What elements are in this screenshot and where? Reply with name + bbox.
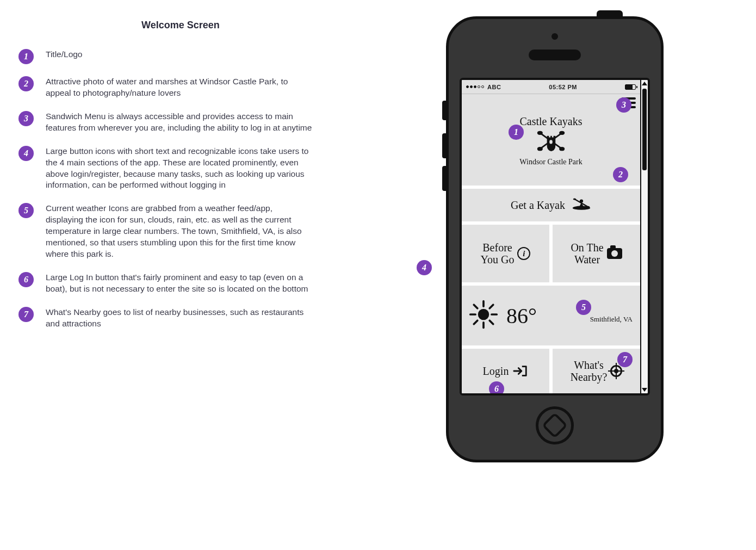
annotation-row: 1 Title/Logo	[18, 49, 323, 64]
svg-point-2	[538, 132, 542, 134]
annotation-text: Sandwich Menu is always accessible and p…	[46, 111, 312, 134]
crosshair-icon	[610, 365, 622, 377]
annotation-bullet: 5	[18, 203, 34, 218]
power-button-nub	[597, 10, 623, 19]
svg-line-20	[474, 320, 478, 324]
carrier-label: ABC	[487, 84, 501, 90]
whats-nearby-label-2: Nearby?	[571, 371, 608, 383]
login-button[interactable]: Login	[462, 349, 549, 393]
info-icon: i	[517, 247, 530, 260]
get-kayak-label: Get a Kayak	[511, 199, 565, 212]
svg-point-12	[478, 308, 489, 320]
weather-tile[interactable]: 86° Smithfield, VA	[462, 286, 640, 345]
status-bar: ABC 05:52 PM	[462, 80, 640, 94]
annotation-bullet: 1	[18, 49, 34, 64]
weather-location: Smithfield, VA	[590, 315, 633, 324]
annotation-bullet: 4	[18, 146, 34, 161]
status-time: 05:52 PM	[549, 84, 577, 90]
before-you-go-label-2: You Go	[481, 254, 515, 265]
callout-bullet-2: 2	[613, 167, 628, 182]
svg-point-4	[538, 147, 542, 150]
annotation-row: 6 Large Log In button that's fairly prom…	[18, 272, 323, 295]
callout-bullet-1: 1	[509, 125, 524, 140]
on-the-water-label-1: On The	[571, 242, 603, 254]
annotation-text: Attractive photo of water and marshes at…	[46, 76, 312, 99]
weather-temperature: 86°	[506, 303, 537, 329]
sun-icon	[468, 299, 499, 332]
annotation-bullet: 7	[18, 307, 34, 322]
callout-bullet-7: 7	[617, 352, 633, 367]
battery-icon	[625, 84, 636, 90]
on-the-water-label-2: Water	[571, 254, 603, 265]
callout-bullet-4: 4	[417, 260, 432, 275]
login-label: Login	[483, 365, 509, 378]
volume-down-nub	[442, 166, 449, 191]
front-camera	[551, 33, 558, 40]
whats-nearby-label-1: What's	[571, 359, 608, 371]
tile-grid: Castle Kayaks	[462, 94, 640, 393]
scroll-thumb[interactable]	[642, 89, 647, 170]
scroll-up-icon[interactable]	[642, 82, 647, 85]
annotation-row: 3 Sandwich Menu is always accessible and…	[18, 111, 323, 134]
app-subtitle: Windsor Castle Park	[519, 158, 582, 166]
svg-point-10	[573, 198, 576, 200]
login-arrow-icon	[513, 364, 528, 378]
callout-bullet-5: 5	[576, 300, 591, 315]
camera-icon	[607, 248, 622, 259]
annotation-bullet: 6	[18, 272, 34, 287]
mute-switch-nub	[442, 101, 449, 120]
before-you-go-button[interactable]: Before You Go i	[462, 225, 549, 282]
scroll-down-icon[interactable]	[642, 388, 647, 392]
annotation-list: 1 Title/Logo 2 Attractive photo of water…	[18, 49, 323, 342]
callout-bullet-3: 3	[616, 97, 631, 113]
annotation-row: 4 Large button icons with short text and…	[18, 146, 323, 191]
annotation-bullet: 2	[18, 76, 34, 91]
annotation-row: 7 What's Nearby goes to list of nearby b…	[18, 307, 323, 330]
before-you-go-label-1: Before	[481, 242, 515, 254]
volume-up-nub	[442, 133, 449, 158]
svg-line-19	[489, 305, 493, 308]
phone-frame: ABC 05:52 PM Castle Kayaks	[446, 16, 664, 462]
speaker-grill	[529, 50, 581, 60]
annotation-row: 5 Current weather Icons are grabbed from…	[18, 203, 323, 260]
scrollbar[interactable]	[640, 80, 648, 393]
screen-bezel: ABC 05:52 PM Castle Kayaks	[460, 78, 650, 395]
annotation-text: Large button icons with short text and r…	[46, 146, 312, 191]
on-the-water-button[interactable]: On The Water	[553, 225, 640, 282]
app-screen: ABC 05:52 PM Castle Kayaks	[462, 80, 640, 393]
svg-point-5	[560, 147, 564, 150]
annotation-bullet: 3	[18, 111, 34, 126]
annotation-text: Large Log In button that's fairly promin…	[46, 272, 312, 295]
kayaker-icon	[572, 197, 591, 214]
annotation-text: Current weather Icons are grabbed from a…	[46, 203, 312, 260]
castle-paddles-logo-icon	[536, 129, 566, 156]
signal-dots-icon	[466, 85, 484, 88]
annotation-row: 2 Attractive photo of water and marshes …	[18, 76, 323, 99]
svg-line-17	[474, 305, 478, 308]
svg-rect-6	[549, 140, 553, 144]
status-left: ABC	[466, 84, 501, 90]
annotation-text: Title/Logo	[46, 49, 83, 60]
app-title: Castle Kayaks	[520, 115, 583, 128]
get-kayak-button[interactable]: Get a Kayak	[462, 189, 640, 221]
page-title: Welcome Screen	[141, 20, 220, 31]
home-button[interactable]	[536, 406, 574, 444]
callout-bullet-6: 6	[489, 381, 504, 395]
annotation-text: What's Nearby goes to list of nearby bus…	[46, 307, 312, 330]
svg-point-11	[587, 206, 590, 207]
svg-point-3	[560, 132, 564, 134]
svg-line-18	[489, 320, 493, 324]
